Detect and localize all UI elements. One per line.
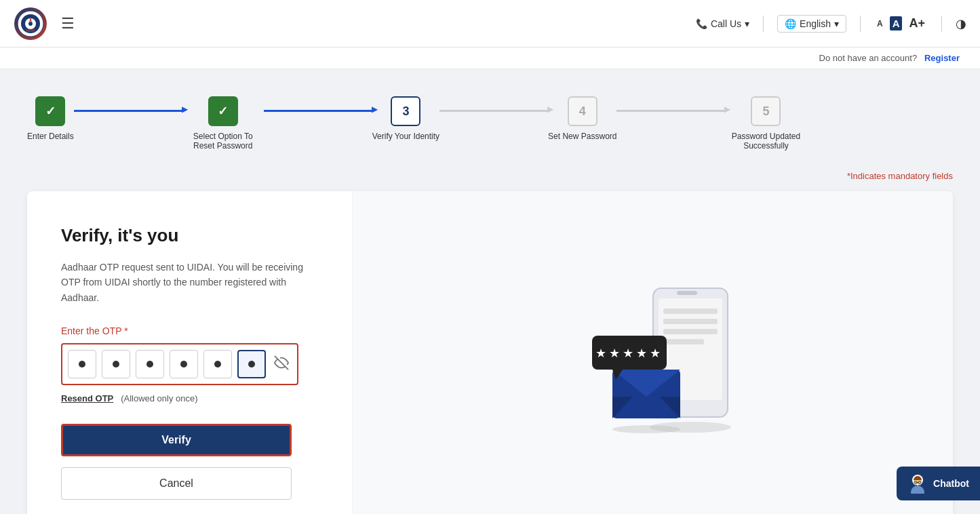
otp-box-3[interactable] [136,350,164,378]
globe-icon: 🌐 [785,18,796,29]
svg-point-28 [911,486,924,494]
language-label: English [800,18,831,29]
otp-box-6[interactable] [237,350,266,378]
header-right: 📞 Call Us ▾ 🌐 English ▾ A A A+ ◑ [696,15,966,33]
step-2: ✓ Select Option To Reset Password [182,96,264,151]
otp-label-text: Enter the OTP [61,325,121,336]
phone-icon: 📞 [696,18,707,29]
svg-rect-13 [677,291,697,295]
register-prompt: Do not have an account? [819,53,918,63]
svg-rect-10 [663,319,718,324]
otp-box-2[interactable] [102,350,130,378]
step-3-label: Verify Your Identity [372,132,439,141]
logo-circle: INDIA [14,7,47,40]
divider3 [941,16,942,32]
font-small-btn[interactable]: A [874,18,886,30]
step-3-circle: 3 [391,96,420,126]
step-4: 4 Set New Password [548,96,616,141]
header: INDIA ☰ 📞 Call Us ▾ 🌐 English ▾ A A A+ ◑ [0,0,980,47]
font-controls: A A A+ [874,15,928,32]
step-2-circle: ✓ [208,96,238,126]
chatbot-avatar [907,473,928,494]
contrast-button[interactable]: ◑ [956,16,966,31]
step-1: ✓ Enter Details [27,96,74,141]
logo: INDIA [14,7,47,41]
resend-otp-row: Resend OTP (Allowed only once) [61,393,318,403]
svg-point-22 [612,425,680,433]
step-3: 3 Verify Your Identity [372,96,439,141]
svg-rect-9 [663,309,718,314]
otp-required-star: * [124,325,128,336]
step-5: 5 Password Updated Successfully [725,96,806,151]
step-1-label: Enter Details [27,132,74,141]
connector-1-2 [74,110,182,112]
svg-point-4 [28,22,33,26]
chatbot-label: Chatbot [933,478,969,489]
svg-text:★★★★★: ★★★★★ [595,347,663,360]
step-4-label: Set New Password [548,132,616,141]
step-5-label: Password Updated Successfully [725,132,806,151]
language-selector[interactable]: 🌐 English ▾ [777,15,846,33]
card-left: Verify, it's you Aadhaar OTP request sen… [27,191,353,514]
step-4-circle: 4 [568,96,597,126]
font-medium-btn[interactable]: A [890,16,903,31]
resend-note: (Allowed only once) [121,393,197,403]
card-right: ★★★★★ [353,191,953,514]
chatbot-button[interactable]: Chatbot [897,467,980,500]
otp-illustration: ★★★★★ [558,275,748,451]
verify-title: Verify, it's you [61,225,318,246]
otp-box-4[interactable] [170,350,198,378]
cancel-button[interactable]: Cancel [61,467,292,500]
illustration: ★★★★★ [545,261,762,464]
main-content: ✓ Enter Details ✓ Select Option To Reset… [0,69,980,514]
main-card: Verify, it's you Aadhaar OTP request sen… [27,191,953,514]
hamburger-icon[interactable]: ☰ [61,15,75,33]
toggle-visibility-icon[interactable] [271,355,292,374]
otp-label: Enter the OTP * [61,325,318,336]
call-dropdown-arrow: ▾ [745,18,749,29]
connector-2-3 [264,110,372,112]
resend-otp-link[interactable]: Resend OTP [61,393,113,403]
svg-rect-12 [663,339,704,344]
otp-box-1[interactable] [68,350,96,378]
otp-input-group[interactable] [61,343,298,385]
svg-rect-11 [663,329,718,334]
register-bar: Do not have an account? Register [0,47,980,69]
step-2-label: Select Option To Reset Password [182,132,264,151]
connector-3-4 [439,110,548,112]
lang-dropdown-arrow: ▾ [834,18,839,29]
divider2 [860,16,861,32]
svg-text:INDIA: INDIA [26,28,35,33]
verify-button[interactable]: Verify [61,424,292,456]
connector-4-5 [616,110,725,112]
stepper: ✓ Enter Details ✓ Select Option To Reset… [27,90,953,157]
mandatory-note: *Indicates mandatory fields [27,171,953,181]
step-1-circle: ✓ [35,96,65,126]
divider [763,16,764,32]
font-large-btn[interactable]: A+ [906,15,928,32]
register-link[interactable]: Register [924,53,960,63]
call-us-button[interactable]: 📞 Call Us ▾ [696,18,749,29]
verify-description: Aadhaar OTP request sent to UIDAI. You w… [61,260,305,305]
otp-box-5[interactable] [203,350,232,378]
call-us-label: Call Us [711,18,741,29]
step-5-circle: 5 [751,96,781,126]
